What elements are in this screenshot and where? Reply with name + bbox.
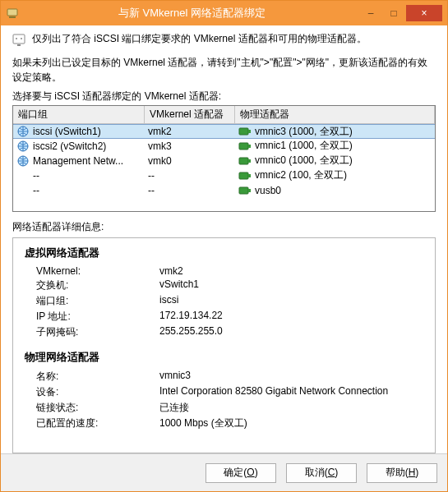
kv-ip-label: IP 地址: bbox=[36, 310, 159, 324]
table-cell[interactable]: vmk0 bbox=[145, 154, 235, 168]
help-button[interactable]: 帮助(H) bbox=[367, 463, 437, 483]
portgroup-cell: -- bbox=[33, 185, 39, 196]
close-button[interactable]: × bbox=[406, 5, 442, 21]
details-panel: 虚拟网络适配器 VMkernel:vmk2 交换机:vSwitch1 端口组:i… bbox=[12, 237, 436, 453]
cancel-button[interactable]: 取消(C) bbox=[286, 463, 357, 483]
button-bar: 确定(O) 取消(C) 帮助(H) bbox=[1, 453, 447, 491]
svg-rect-18 bbox=[248, 189, 251, 192]
phys-cell: vmnic1 (1000, 全双工) bbox=[255, 139, 353, 153]
titlebar[interactable]: 与新 VMkernel 网络适配器绑定 – □ × bbox=[1, 1, 447, 25]
adapter-grid: 端口组 VMkernel 适配器 物理适配器 iscsi (vSwitch1)v… bbox=[13, 106, 435, 198]
content-area: 仅列出了符合 iSCSI 端口绑定要求的 VMkernel 适配器和可用的物理适… bbox=[1, 25, 447, 453]
info-icon bbox=[12, 34, 25, 47]
svg-rect-7 bbox=[239, 128, 248, 135]
nic-icon bbox=[238, 140, 252, 152]
window-title: 与新 VMkernel 网络适配器绑定 bbox=[25, 6, 358, 21]
svg-rect-17 bbox=[239, 187, 248, 194]
kv-device-value: Intel Corporation 82580 Gigabit Network … bbox=[159, 385, 423, 399]
svg-rect-2 bbox=[13, 34, 25, 44]
phys-cell: vusb0 bbox=[255, 185, 281, 196]
portgroup-icon bbox=[16, 140, 30, 152]
kv-speed-label: 已配置的速度: bbox=[36, 416, 159, 430]
table-cell[interactable]: -- bbox=[13, 183, 145, 198]
kv-portgroup-label: 端口组: bbox=[36, 294, 159, 308]
svg-rect-14 bbox=[248, 159, 251, 163]
nic-icon bbox=[238, 126, 252, 137]
table-cell[interactable]: iscsi2 (vSwitch2) bbox=[13, 139, 145, 154]
portgroup-cell: iscsi2 (vSwitch2) bbox=[33, 140, 106, 152]
kv-device-label: 设备: bbox=[36, 385, 159, 399]
svg-rect-13 bbox=[239, 158, 248, 164]
virtual-adapter-heading: 虚拟网络适配器 bbox=[25, 246, 423, 260]
portgroup-icon bbox=[16, 126, 30, 137]
table-cell[interactable]: iscsi (vSwitch1) bbox=[13, 124, 145, 139]
svg-rect-5 bbox=[17, 44, 21, 46]
table-cell[interactable]: vmk2 bbox=[145, 124, 235, 139]
svg-point-3 bbox=[16, 38, 17, 39]
table-cell[interactable]: vmnic3 (1000, 全双工) bbox=[235, 124, 435, 139]
svg-rect-0 bbox=[7, 9, 17, 16]
portgroup-cell: Management Netw... bbox=[33, 155, 123, 167]
instruction-text: 如果未列出已设定目标的 VMkernel 适配器，请转到"主机">"配置">"网… bbox=[12, 55, 436, 85]
table-cell[interactable]: Management Netw... bbox=[13, 154, 145, 168]
vmk-cell: -- bbox=[148, 170, 155, 182]
dialog-window: 与新 VMkernel 网络适配器绑定 – □ × 仅列出了符合 iSCSI 端… bbox=[0, 0, 448, 492]
kv-link-label: 链接状态: bbox=[36, 401, 159, 415]
phys-cell: vmnic3 (1000, 全双工) bbox=[255, 125, 353, 139]
adapter-table[interactable]: 端口组 VMkernel 适配器 物理适配器 iscsi (vSwitch1)v… bbox=[12, 105, 436, 212]
table-cell[interactable]: -- bbox=[13, 168, 145, 183]
kv-switch-label: 交换机: bbox=[36, 278, 159, 292]
nic-icon bbox=[238, 155, 252, 167]
kv-mask-value: 255.255.255.0 bbox=[159, 325, 423, 339]
vmk-cell: vmk2 bbox=[148, 126, 172, 137]
col-portgroup[interactable]: 端口组 bbox=[13, 106, 145, 124]
table-cell[interactable]: vmk3 bbox=[145, 139, 235, 154]
table-cell[interactable]: -- bbox=[145, 183, 235, 198]
kv-ip-value: 172.19.134.22 bbox=[159, 310, 423, 324]
kv-name-label: 名称: bbox=[36, 370, 159, 384]
window-buttons: – □ × bbox=[358, 5, 442, 21]
kv-speed-value: 1000 Mbps (全双工) bbox=[159, 416, 423, 430]
ok-button[interactable]: 确定(O) bbox=[206, 463, 276, 483]
physical-adapter-heading: 物理网络适配器 bbox=[25, 351, 423, 365]
kv-portgroup-value: iscsi bbox=[159, 294, 423, 308]
table-cell[interactable]: vmnic0 (1000, 全双工) bbox=[235, 154, 435, 168]
phys-cell: vmnic0 (1000, 全双工) bbox=[255, 154, 353, 168]
svg-point-4 bbox=[21, 38, 22, 39]
table-cell[interactable]: vmnic1 (1000, 全双工) bbox=[235, 139, 435, 154]
portgroup-cell: iscsi (vSwitch1) bbox=[33, 126, 101, 137]
svg-rect-11 bbox=[248, 145, 251, 148]
svg-rect-10 bbox=[239, 143, 248, 149]
details-label: 网络适配器详细信息: bbox=[12, 220, 436, 234]
portgroup-cell: -- bbox=[33, 170, 39, 182]
kv-vmkernel-value: vmk2 bbox=[159, 265, 423, 277]
kv-link-value: 已连接 bbox=[159, 401, 423, 415]
portgroup-icon bbox=[16, 155, 30, 167]
table-cell[interactable]: vmnic2 (100, 全双工) bbox=[235, 168, 435, 183]
app-icon bbox=[6, 7, 19, 20]
nic-icon bbox=[238, 170, 252, 182]
col-vmkernel[interactable]: VMkernel 适配器 bbox=[145, 106, 235, 124]
intro-text: 仅列出了符合 iSCSI 端口绑定要求的 VMkernel 适配器和可用的物理适… bbox=[32, 32, 367, 46]
maximize-button[interactable]: □ bbox=[383, 5, 404, 21]
table-cell[interactable]: vusb0 bbox=[235, 183, 435, 198]
minimize-button[interactable]: – bbox=[360, 5, 381, 21]
col-physical[interactable]: 物理适配器 bbox=[235, 106, 435, 124]
svg-rect-1 bbox=[9, 16, 16, 18]
phys-cell: vmnic2 (100, 全双工) bbox=[255, 168, 347, 182]
vmk-cell: vmk0 bbox=[148, 155, 172, 167]
vmk-cell: -- bbox=[148, 185, 155, 196]
vmk-cell: vmk3 bbox=[148, 140, 172, 152]
svg-rect-16 bbox=[248, 174, 251, 177]
intro-row: 仅列出了符合 iSCSI 端口绑定要求的 VMkernel 适配器和可用的物理适… bbox=[12, 32, 436, 47]
table-label: 选择要与 iSCSI 适配器绑定的 VMkernel 适配器: bbox=[12, 90, 436, 103]
kv-switch-value: vSwitch1 bbox=[159, 278, 423, 292]
kv-vmkernel-label: VMkernel: bbox=[36, 265, 159, 277]
kv-name-value: vmnic3 bbox=[159, 370, 423, 384]
kv-mask-label: 子网掩码: bbox=[36, 325, 159, 339]
nic-icon bbox=[238, 185, 252, 196]
svg-rect-15 bbox=[239, 172, 248, 179]
table-cell[interactable]: -- bbox=[145, 168, 235, 183]
svg-rect-8 bbox=[248, 130, 251, 133]
